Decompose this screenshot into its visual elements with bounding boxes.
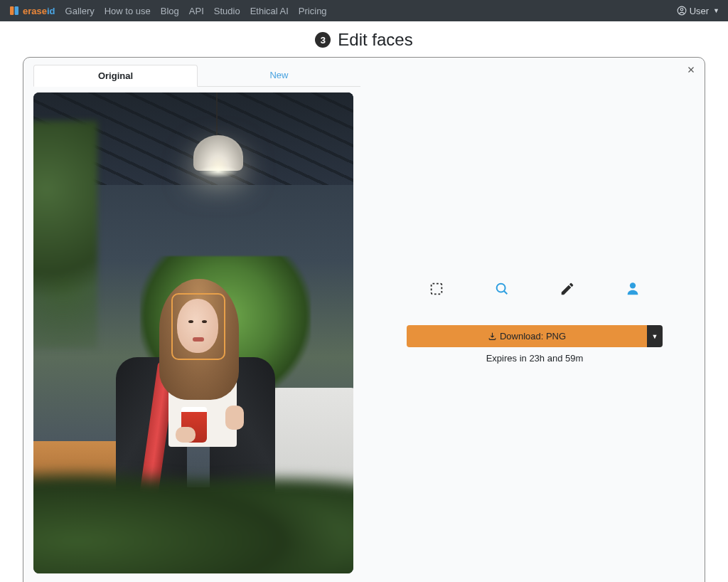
nav-api[interactable]: API xyxy=(189,6,204,16)
right-column: Download: PNG ▼ Expires in 23h and 59m xyxy=(375,65,695,580)
brand-text: eraseid xyxy=(23,6,55,16)
select-tool[interactable] xyxy=(429,281,444,297)
close-button[interactable] xyxy=(686,65,696,78)
left-column: Original New xyxy=(33,65,360,580)
select-box-icon xyxy=(429,281,444,297)
svg-point-3 xyxy=(680,9,683,11)
zoom-tool[interactable] xyxy=(494,281,510,297)
tab-new[interactable]: New xyxy=(198,65,360,87)
page-title: Edit faces xyxy=(338,30,412,50)
user-label: User xyxy=(690,6,709,16)
expires-text: Expires in 23h and 59m xyxy=(486,353,584,364)
svg-rect-4 xyxy=(432,284,442,295)
nav-blog[interactable]: Blog xyxy=(161,6,179,16)
nav-studio[interactable]: Studio xyxy=(214,6,240,16)
person-tool[interactable] xyxy=(625,281,641,297)
nav-gallery[interactable]: Gallery xyxy=(65,6,95,16)
navbar-left: eraseid Gallery How to use Blog API Stud… xyxy=(9,5,327,16)
nav-links: Gallery How to use Blog API Studio Ethic… xyxy=(65,6,327,16)
download-button[interactable]: Download: PNG xyxy=(407,325,647,347)
download-row: Download: PNG ▼ xyxy=(407,325,663,347)
svg-rect-1 xyxy=(15,6,18,15)
download-options-button[interactable]: ▼ xyxy=(647,325,663,347)
nav-how-to-use[interactable]: How to use xyxy=(105,6,151,16)
nav-pricing[interactable]: Pricing xyxy=(299,6,327,16)
editor-panel: Original New xyxy=(23,57,705,582)
brand-logo[interactable]: eraseid xyxy=(9,5,55,16)
nav-ethical-ai[interactable]: Ethical AI xyxy=(250,6,289,16)
user-icon xyxy=(677,6,687,16)
pencil-icon xyxy=(560,281,575,297)
svg-rect-0 xyxy=(10,6,14,15)
logo-icon xyxy=(9,5,20,16)
tool-row xyxy=(414,281,655,297)
caret-down-icon: ▼ xyxy=(652,333,658,340)
image-tabs: Original New xyxy=(33,65,360,87)
person-icon xyxy=(625,281,641,297)
close-icon xyxy=(686,65,696,75)
tab-original[interactable]: Original xyxy=(33,65,198,87)
svg-point-6 xyxy=(630,282,636,288)
page-title-row: 3 Edit faces xyxy=(0,30,728,50)
edit-tool[interactable] xyxy=(560,281,575,297)
search-icon xyxy=(494,281,510,297)
download-icon xyxy=(488,332,497,341)
caret-down-icon: ▼ xyxy=(713,7,719,14)
svg-point-5 xyxy=(497,284,505,292)
user-menu[interactable]: User ▼ xyxy=(677,6,719,16)
step-badge: 3 xyxy=(315,32,331,48)
navbar: eraseid Gallery How to use Blog API Stud… xyxy=(0,0,728,21)
download-label: Download: PNG xyxy=(500,331,566,342)
image-preview[interactable] xyxy=(33,92,353,573)
